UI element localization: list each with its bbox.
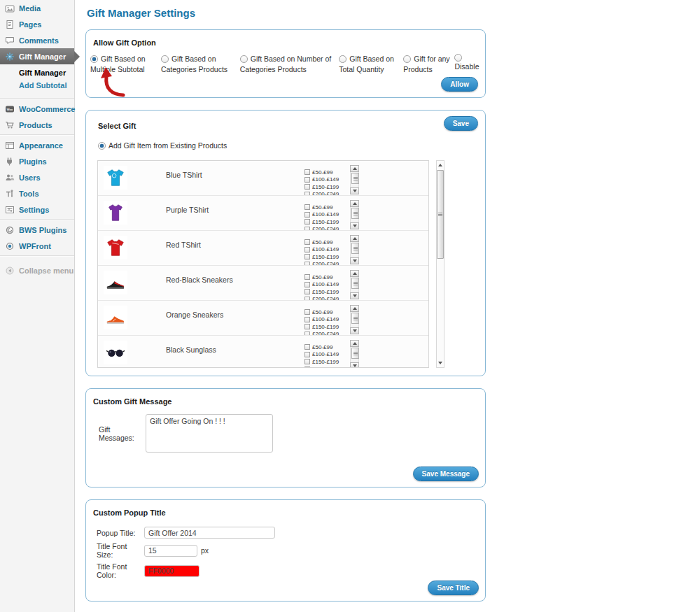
plugin-icon — [5, 157, 15, 166]
radio-gift-number-categories[interactable] — [240, 55, 248, 63]
sidebar-item-users[interactable]: Users — [0, 169, 74, 185]
scrollbar-track[interactable] — [350, 347, 359, 362]
sidebar-item-tools[interactable]: Tools — [0, 185, 74, 201]
submenu-item-gift-manager[interactable]: Gift Manager — [19, 66, 74, 79]
price-list-scrollbar[interactable] — [350, 305, 359, 336]
radio-gift-total-quantity[interactable] — [339, 55, 346, 63]
scroll-down-icon[interactable] — [350, 292, 359, 299]
scroll-up-icon[interactable] — [437, 161, 444, 169]
scrollbar-thumb[interactable] — [351, 348, 359, 359]
scroll-up-icon[interactable] — [350, 340, 359, 347]
radio-gift-multiple-subtotal[interactable] — [90, 55, 98, 63]
product-row[interactable]: Orange Sneakers £50-£99 £100-£149 £150-£… — [98, 301, 428, 336]
radio-gift-any-products[interactable] — [403, 55, 411, 63]
option-gift-total-quantity[interactable]: Gift Based on Total Quantity — [339, 54, 403, 74]
sidebar-item-products[interactable]: Products — [0, 117, 74, 133]
sidebar-item-pages[interactable]: Pages — [0, 16, 74, 32]
option-gift-categories-products[interactable]: Gift Based on Categories Products — [161, 54, 240, 74]
product-list-scrollbar[interactable] — [436, 160, 444, 368]
title-font-color-input[interactable] — [144, 565, 200, 577]
scroll-down-icon[interactable] — [350, 362, 359, 368]
scroll-up-icon[interactable] — [350, 270, 359, 277]
sidebar-item-wpfront[interactable]: WPFront — [0, 238, 74, 254]
sidebar-item-comments[interactable]: Comments — [0, 32, 74, 48]
scrollbar-thumb[interactable] — [351, 313, 359, 324]
sidebar-separator — [0, 255, 74, 257]
price-checkbox[interactable] — [304, 239, 310, 245]
collapse-menu-button[interactable]: Collapse menu — [0, 262, 74, 278]
scrollbar-track[interactable] — [350, 242, 359, 257]
scroll-down-icon[interactable] — [350, 187, 359, 194]
sidebar-item-settings[interactable]: Settings — [0, 201, 74, 218]
price-checkbox[interactable] — [304, 219, 310, 225]
price-checkbox[interactable] — [304, 324, 310, 329]
save-message-button[interactable]: Save Message — [413, 467, 479, 481]
scrollbar-track[interactable] — [350, 207, 359, 222]
price-list-scrollbar[interactable] — [350, 165, 359, 196]
scrollbar-track[interactable] — [350, 172, 359, 187]
scrollbar-thumb[interactable] — [437, 170, 444, 259]
radio-gift-categories-products[interactable] — [161, 55, 169, 63]
save-gift-button[interactable]: Save — [444, 116, 478, 131]
price-checkbox[interactable] — [304, 367, 310, 368]
price-checkbox[interactable] — [304, 344, 310, 350]
scroll-up-icon[interactable] — [350, 305, 359, 312]
radio-add-gift-item[interactable] — [98, 142, 106, 150]
add-gift-item-option[interactable]: Add Gift Item from Existing Products — [98, 141, 485, 150]
scroll-down-icon[interactable] — [350, 222, 359, 229]
price-checkbox[interactable] — [304, 282, 310, 287]
sidebar-item-gift-manager[interactable]: Gift Manager — [0, 48, 74, 64]
gift-message-textarea[interactable]: Gift Offer Going On ! ! ! — [146, 414, 273, 453]
sidebar-item-woocommerce[interactable]: Woo WooCommerce — [0, 101, 74, 117]
scrollbar-track[interactable] — [350, 312, 359, 327]
scroll-up-icon[interactable] — [350, 235, 359, 242]
product-row[interactable]: Purple TShirt £50-£99 £100-£149 £150-£19… — [98, 196, 428, 231]
scroll-up-icon[interactable] — [350, 165, 359, 172]
collapse-menu-label: Collapse menu — [19, 266, 74, 275]
scrollbar-thumb[interactable] — [351, 243, 359, 254]
price-list-scrollbar[interactable] — [350, 235, 359, 266]
scroll-down-icon[interactable] — [437, 359, 444, 367]
product-name: Orange Sneakers — [166, 311, 223, 319]
scrollbar-thumb[interactable] — [351, 278, 359, 289]
price-checkbox[interactable] — [304, 289, 310, 294]
product-row[interactable]: Blue TShirt £50-£99 £100-£149 £150-£199 … — [98, 161, 428, 196]
option-gift-number-categories[interactable]: Gift Based on Number of Categories Produ… — [240, 54, 340, 74]
scroll-down-icon[interactable] — [350, 327, 359, 334]
price-checkbox[interactable] — [304, 359, 310, 364]
price-checkbox[interactable] — [304, 254, 310, 259]
option-gift-any-products[interactable]: Gift for any Products — [403, 54, 454, 74]
scroll-up-icon[interactable] — [350, 200, 359, 207]
title-font-size-input[interactable] — [144, 545, 197, 557]
price-checkbox[interactable] — [304, 204, 310, 210]
price-checkbox[interactable] — [304, 184, 310, 190]
price-checkbox[interactable] — [304, 177, 310, 183]
price-list-scrollbar[interactable] — [350, 200, 359, 231]
price-checkbox[interactable] — [304, 212, 310, 218]
scrollbar-thumb[interactable] — [351, 208, 359, 219]
sidebar-item-appearance[interactable]: Appearance — [0, 137, 74, 153]
price-list-scrollbar[interactable] — [350, 340, 359, 368]
price-checkbox[interactable] — [304, 309, 310, 315]
price-checkbox[interactable] — [304, 352, 310, 357]
product-row[interactable]: Red-Black Sneakers £50-£99 £100-£149 £15… — [98, 266, 428, 301]
scrollbar-thumb[interactable] — [351, 173, 359, 184]
scrollbar-track[interactable] — [350, 277, 359, 292]
allow-button[interactable]: Allow — [441, 77, 478, 92]
sidebar-item-plugins[interactable]: Plugins — [0, 153, 74, 169]
sidebar-item-media[interactable]: Media — [0, 0, 74, 16]
price-checkbox[interactable] — [304, 247, 310, 252]
price-list-scrollbar[interactable] — [350, 270, 359, 301]
price-checkbox[interactable] — [304, 169, 310, 175]
save-title-button[interactable]: Save Title — [428, 581, 479, 595]
price-checkbox[interactable] — [304, 274, 310, 280]
popup-title-input[interactable] — [144, 527, 275, 539]
option-disable[interactable]: Disable — [454, 54, 485, 74]
price-checkbox[interactable] — [304, 317, 310, 322]
radio-disable[interactable] — [454, 54, 462, 62]
scroll-down-icon[interactable] — [350, 257, 359, 264]
product-row[interactable]: Black Sunglass £50-£99 £100-£149 £150-£1… — [98, 336, 428, 368]
sidebar-item-bws-plugins[interactable]: BWS Plugins — [0, 222, 74, 238]
product-row[interactable]: Red TShirt £50-£99 £100-£149 £150-£199 £… — [98, 231, 428, 266]
submenu-item-add-subtotal[interactable]: Add Subtotal — [19, 79, 74, 92]
